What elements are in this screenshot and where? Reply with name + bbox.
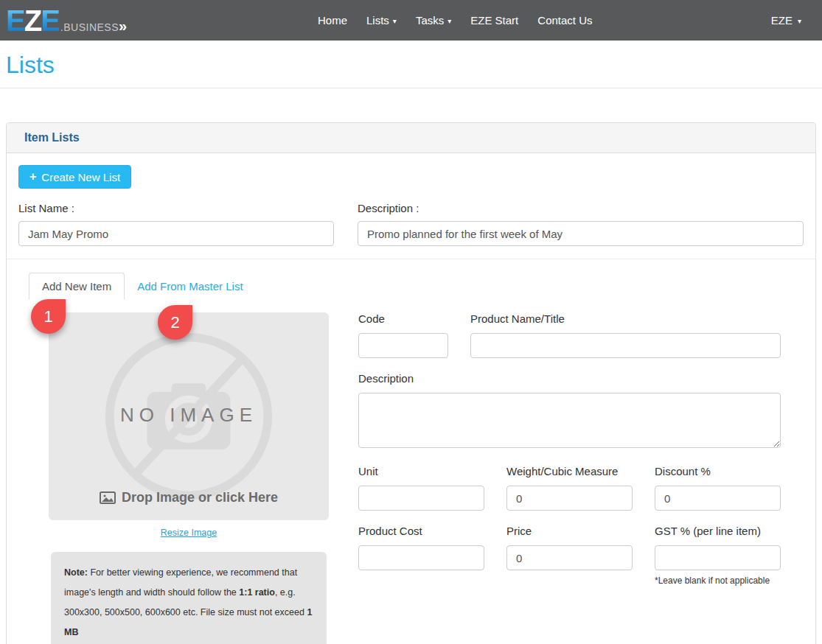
nav-item-label: Contact Us <box>537 14 592 27</box>
logo-letter-e2: E <box>41 6 59 35</box>
item-description-label: Description <box>358 372 781 385</box>
price-input[interactable] <box>506 545 633 570</box>
unit-field-group: Unit <box>358 465 484 511</box>
note-text: 1:1 ratio <box>239 587 275 598</box>
code-label: Code <box>358 312 448 325</box>
product-cost-field-group: Product Cost <box>358 525 484 586</box>
gst-field-group: GST % (per line item) *Leave blank if no… <box>655 525 781 586</box>
product-name-field-group: Product Name/Title <box>470 312 781 358</box>
item-description-textarea[interactable] <box>358 393 781 448</box>
panel-body: + Create New List List Name : Descriptio… <box>7 153 815 644</box>
gst-label: GST % (per line item) <box>655 525 781 537</box>
weight-input[interactable] <box>506 486 633 511</box>
list-description-label: Description : <box>358 202 804 214</box>
nav-item-contact-us[interactable]: Contact Us <box>528 8 602 32</box>
tab-add-from-master-list[interactable]: Add From Master List <box>125 273 255 299</box>
plus-icon: + <box>29 170 36 183</box>
list-name-input[interactable] <box>18 221 334 246</box>
image-upload-column: NO IMAGE Drop Image or click Here Resize… <box>49 312 329 644</box>
main-nav: Home Lists ▾ Tasks ▾ EZE Start Contact U… <box>308 0 602 41</box>
tab-add-new-item[interactable]: Add New Item <box>29 273 125 299</box>
price-field-group: Price <box>506 525 633 586</box>
image-dropzone[interactable]: NO IMAGE Drop Image or click Here <box>49 312 329 520</box>
item-tabs: Add New Item Add From Master List <box>29 273 804 299</box>
panel-header: Item Lists <box>7 123 815 153</box>
create-new-list-button[interactable]: + Create New List <box>18 165 131 189</box>
account-label: EZE <box>771 14 793 27</box>
panel-title: Item Lists <box>24 131 80 144</box>
nav-item-label: Lists <box>366 14 389 27</box>
nav-item-label: Tasks <box>416 14 444 27</box>
marker-number: 2 <box>170 313 179 332</box>
chevron-down-icon: ▾ <box>447 17 451 25</box>
weight-label: Weight/Cubic Measure <box>506 465 633 477</box>
weight-field-group: Weight/Cubic Measure <box>506 465 633 511</box>
annotation-marker-2: 2 <box>158 305 192 340</box>
product-cost-input[interactable] <box>358 545 484 570</box>
section-divider <box>7 259 815 259</box>
double-chevron-icon: » <box>119 18 125 33</box>
gst-input[interactable] <box>655 545 781 570</box>
list-description-input[interactable] <box>358 221 804 246</box>
item-form-column: Code Product Name/Title Description Unit <box>358 312 781 644</box>
nav-item-eze-start[interactable]: EZE Start <box>461 8 528 32</box>
discount-field-group: Discount % <box>655 465 781 511</box>
nav-item-home[interactable]: Home <box>308 8 357 32</box>
product-name-label: Product Name/Title <box>470 312 781 325</box>
drop-image-prompt: Drop Image or click Here <box>49 490 329 505</box>
list-name-field-group: List Name : <box>18 202 334 246</box>
logo-letter-z: Z <box>24 6 41 35</box>
navbar: E Z E .BUSINESS » Home Lists ▾ Tasks ▾ E… <box>0 0 822 41</box>
logo-suffix: .BUSINESS <box>60 22 119 32</box>
image-note: Note: For better viewing experience, we … <box>51 552 327 644</box>
create-new-list-label: Create New List <box>41 171 120 183</box>
no-image-text: NO IMAGE <box>49 404 329 427</box>
note-text: Note: <box>64 567 88 578</box>
annotation-marker-1: 1 <box>31 299 66 334</box>
form-row-cost-price-gst: Product Cost Price GST % (per line item)… <box>358 525 781 586</box>
logo[interactable]: E Z E .BUSINESS » <box>6 6 125 35</box>
page-divider <box>0 88 822 88</box>
product-name-input[interactable] <box>470 333 781 358</box>
list-meta-row: List Name : Description : <box>18 202 804 246</box>
unit-label: Unit <box>358 465 484 477</box>
item-description-field-group: Description <box>358 372 781 451</box>
list-name-label: List Name : <box>18 202 334 214</box>
logo-letter-e1: E <box>6 6 24 35</box>
resize-image-link[interactable]: Resize Image <box>49 528 329 538</box>
nav-item-lists[interactable]: Lists ▾ <box>357 8 406 32</box>
marker-number: 1 <box>43 307 52 326</box>
discount-input[interactable] <box>655 486 781 511</box>
form-row-unit-weight-discount: Unit Weight/Cubic Measure Discount % <box>358 465 781 511</box>
product-cost-label: Product Cost <box>358 525 484 537</box>
nav-item-tasks[interactable]: Tasks ▾ <box>406 8 461 32</box>
image-icon <box>100 491 116 504</box>
code-field-group: Code <box>358 312 448 358</box>
drop-image-label: Drop Image or click Here <box>122 490 278 505</box>
form-row-code-name: Code Product Name/Title <box>358 312 781 358</box>
page-title: Lists <box>6 52 816 78</box>
code-input[interactable] <box>358 333 448 358</box>
add-new-item-pane: NO IMAGE Drop Image or click Here Resize… <box>18 312 804 644</box>
unit-input[interactable] <box>358 486 484 511</box>
item-lists-panel: Item Lists + Create New List List Name :… <box>6 122 816 644</box>
nav-item-label: Home <box>318 14 347 27</box>
gst-helper-text: *Leave blank if not applicable <box>655 575 781 586</box>
account-dropdown[interactable]: EZE ▾ <box>770 8 803 32</box>
chevron-down-icon: ▾ <box>798 17 801 25</box>
list-description-field-group: Description : <box>358 202 804 246</box>
discount-label: Discount % <box>655 465 781 477</box>
chevron-down-icon: ▾ <box>393 17 397 25</box>
nav-item-label: EZE Start <box>470 14 518 27</box>
price-label: Price <box>506 525 633 537</box>
